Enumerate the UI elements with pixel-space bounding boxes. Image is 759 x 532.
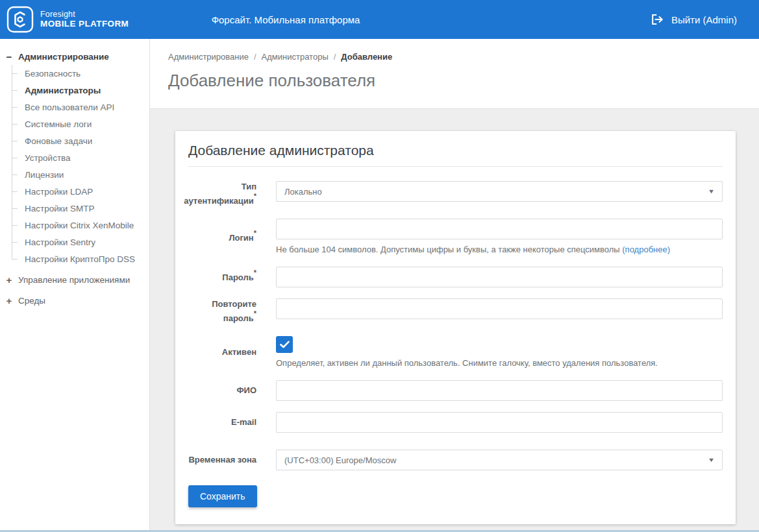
sidebar-item-ldap-settings[interactable]: Настройки LDAP xyxy=(19,183,144,200)
brand-name-bottom: MOBILE PLATFORM xyxy=(40,19,129,29)
logout-icon xyxy=(651,14,664,25)
sidebar-item-system-logs[interactable]: Системные логи xyxy=(19,115,144,132)
add-admin-form-card: Добавление администратора Тип аутентифик… xyxy=(175,131,736,524)
full-name-input[interactable] xyxy=(276,380,723,401)
form-row-password-repeat: Повторите пароль* xyxy=(188,298,723,325)
active-checkbox[interactable] xyxy=(276,336,293,353)
breadcrumb-item-current: Добавление xyxy=(341,52,392,62)
password-repeat-input[interactable] xyxy=(276,298,723,319)
sidebar-item-cryptopro-settings[interactable]: Настройки КриптоПро DSS xyxy=(19,250,144,267)
sidebar-item-api-users[interactable]: Все пользователи API xyxy=(19,99,144,115)
login-help-text: Не больше 104 символов. Допустимы цифры … xyxy=(276,244,723,256)
brand-name-top: Foresight xyxy=(40,10,129,19)
logout-button[interactable]: Выйти (Admin) xyxy=(651,14,737,25)
required-asterisk: * xyxy=(254,229,256,237)
password-label: Пароль* xyxy=(188,267,256,287)
password-repeat-label: Повторите пароль* xyxy=(188,298,256,325)
timezone-label: Временная зона xyxy=(188,450,256,470)
main-content: Администрирование / Администраторы / Доб… xyxy=(150,39,759,530)
auth-type-select[interactable]: Локально ▼ xyxy=(276,181,723,202)
sidebar-item-smtp-settings[interactable]: Настройки SMTP xyxy=(19,200,144,217)
breadcrumb-item-administration[interactable]: Администрирование xyxy=(168,52,249,62)
breadcrumb: Администрирование / Администраторы / Доб… xyxy=(168,52,741,62)
required-asterisk: * xyxy=(254,309,256,317)
sidebar-section-app-management[interactable]: + Управление приложениями xyxy=(5,271,144,288)
logout-label: Выйти (Admin) xyxy=(671,14,737,25)
foresight-logo-icon xyxy=(6,6,34,33)
sidebar-item-sentry-settings[interactable]: Настройки Sentry xyxy=(19,234,144,250)
email-input[interactable] xyxy=(276,412,723,433)
chevron-down-icon: ▼ xyxy=(708,457,715,463)
active-label: Активен xyxy=(188,336,256,369)
form-row-password: Пароль* xyxy=(188,267,723,287)
sidebar-item-security[interactable]: Безопасность xyxy=(19,65,144,82)
login-input[interactable] xyxy=(276,219,723,239)
expand-icon[interactable]: + xyxy=(5,274,13,285)
password-input[interactable] xyxy=(276,267,723,287)
details-link[interactable]: (подробнее) xyxy=(622,245,670,254)
sidebar-nav: − Администрирование Безопасность Админис… xyxy=(0,39,150,530)
breadcrumb-separator: / xyxy=(334,52,336,62)
form-row-login: Логин* Не больше 104 символов. Допустимы… xyxy=(188,219,723,256)
form-row-auth-type: Тип аутентификации* Локально ▼ xyxy=(188,181,723,208)
sidebar-section-label: Среды xyxy=(18,296,45,306)
auth-type-value: Локально xyxy=(284,187,322,197)
breadcrumb-separator: / xyxy=(254,52,256,62)
sidebar-item-background-tasks[interactable]: Фоновые задачи xyxy=(19,132,144,149)
expand-icon[interactable]: + xyxy=(5,295,13,306)
timezone-select[interactable]: (UTC+03:00) Europe/Moscow ▼ xyxy=(276,450,723,470)
chevron-down-icon: ▼ xyxy=(708,188,715,195)
collapse-icon[interactable]: − xyxy=(5,51,13,62)
sidebar-item-administrators[interactable]: Администраторы xyxy=(19,82,144,99)
sidebar-item-devices[interactable]: Устройства xyxy=(19,149,144,166)
sidebar-section-label: Администрирование xyxy=(18,52,109,62)
login-label: Логин* xyxy=(188,219,256,256)
form-row-email: E-mail xyxy=(188,412,723,433)
page-header: Администрирование / Администраторы / Доб… xyxy=(150,39,759,109)
form-title: Добавление администратора xyxy=(188,143,723,167)
checkmark-icon xyxy=(280,341,290,348)
sidebar-item-licenses[interactable]: Лицензии xyxy=(19,166,144,183)
breadcrumb-item-administrators[interactable]: Администраторы xyxy=(262,52,329,62)
form-row-timezone: Временная зона (UTC+03:00) Europe/Moscow… xyxy=(188,450,723,470)
timezone-value: (UTC+03:00) Europe/Moscow xyxy=(284,455,396,465)
save-button[interactable]: Сохранить xyxy=(188,485,257,507)
auth-type-label: Тип аутентификации* xyxy=(188,181,256,208)
email-label: E-mail xyxy=(188,412,256,433)
form-row-full-name: ФИО xyxy=(188,380,723,401)
sidebar-section-administration[interactable]: − Администрирование xyxy=(5,48,144,65)
sidebar-children: Безопасность Администраторы Все пользова… xyxy=(12,65,144,267)
form-row-active: Активен Определяет, активен ли данный по… xyxy=(188,336,723,369)
full-name-label: ФИО xyxy=(188,380,256,401)
brand-logo-block: Foresight MOBILE PLATFORM xyxy=(0,6,129,33)
app-title: Форсайт. Мобильная платформа xyxy=(212,14,360,25)
required-asterisk: * xyxy=(254,269,256,276)
sidebar-section-environments[interactable]: + Среды xyxy=(5,292,144,309)
required-asterisk: * xyxy=(254,192,256,200)
app-header: Foresight MOBILE PLATFORM Форсайт. Мобил… xyxy=(0,0,759,39)
sidebar-item-citrix-settings[interactable]: Настройки Citrix XenMobile xyxy=(19,217,144,234)
page-title: Добавление пользователя xyxy=(168,71,741,91)
brand-text: Foresight MOBILE PLATFORM xyxy=(40,10,129,29)
active-help-text: Определяет, активен ли данный пользовате… xyxy=(276,357,723,369)
sidebar-section-label: Управление приложениями xyxy=(18,275,130,285)
